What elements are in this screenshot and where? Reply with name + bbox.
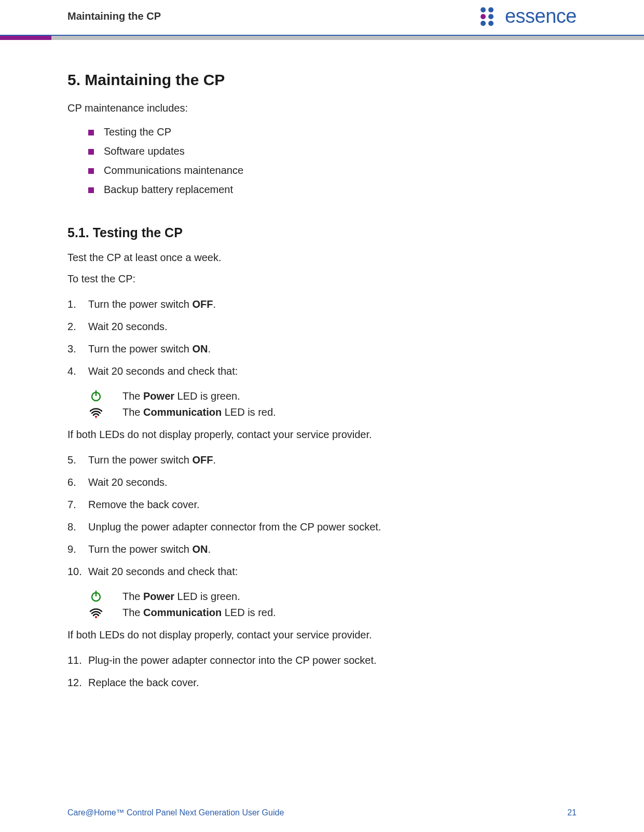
step-item: Turn the power switch ON. [67,538,577,561]
svg-point-3 [488,7,494,12]
footer-page-number: 21 [567,808,577,817]
list-item: Communications maintenance [88,161,577,180]
svg-point-8 [95,416,97,418]
step-item: Turn the power switch OFF. [67,449,577,471]
step-item: Plug-in the power adapter connector into… [67,649,577,672]
step-item: Unplug the power adapter connector from … [67,516,577,538]
test-steps: Turn the power switch OFF. Wait 20 secon… [67,293,577,383]
procedure-lead: To test the CP: [67,272,577,286]
svg-point-1 [481,14,486,19]
interjection-text: If both LEDs do not display properly, co… [67,628,577,642]
interjection-text: If both LEDs do not display properly, co… [67,428,577,442]
led-check-block: The Power LED is green. The Communicatio… [88,388,577,420]
brand-logo-text: essence [505,5,577,28]
step-item: Wait 20 seconds and check that: [67,360,577,383]
led-check-block: The Power LED is green. The Communicatio… [88,588,577,621]
list-item: Backup battery replacement [88,180,577,199]
svg-point-5 [488,21,494,26]
footer-doc-title: Care@Home™ Control Panel Next Generation… [67,808,284,817]
led-text: The Communication LED is red. [122,607,276,619]
maintenance-list: Testing the CP Software updates Communic… [88,122,577,199]
svg-point-4 [488,14,494,19]
step-item: Replace the back cover. [67,672,577,694]
list-item: Testing the CP [88,122,577,142]
power-icon [88,590,104,603]
step-item: Remove the back cover. [67,494,577,516]
wifi-icon [88,407,104,418]
test-steps-cont: Turn the power switch OFF. Wait 20 secon… [67,449,577,583]
brand-logo: essence [478,5,577,28]
test-steps-cont2: Plug-in the power adapter connector into… [67,649,577,694]
section-intro: CP maintenance includes: [67,101,577,115]
subsection-intro: Test the CP at least once a week. [67,251,577,265]
led-row: The Communication LED is red. [88,605,577,621]
subsection-heading: 5.1. Testing the CP [67,225,577,240]
essence-mark-icon [478,6,500,28]
step-item: Turn the power switch OFF. [67,293,577,316]
led-text: The Communication LED is red. [122,406,276,418]
power-icon [88,390,104,402]
svg-point-2 [481,21,486,26]
page-header: Maintaining the CP essence [0,0,644,32]
page-content: 5. Maintaining the CP CP maintenance inc… [0,71,644,694]
page-footer: Care@Home™ Control Panel Next Generation… [67,808,577,817]
led-row: The Power LED is green. [88,388,577,404]
led-text: The Power LED is green. [122,591,240,603]
step-item: Wait 20 seconds. [67,471,577,494]
header-title: Maintaining the CP [67,10,161,22]
step-item: Turn the power switch ON. [67,338,577,360]
svg-point-11 [95,616,97,618]
section-heading: 5. Maintaining the CP [67,71,577,89]
svg-point-0 [481,7,486,12]
list-item: Software updates [88,142,577,161]
step-item: Wait 20 seconds and check that: [67,561,577,583]
header-accent-bar [0,36,644,40]
led-text: The Power LED is green. [122,390,240,402]
wifi-icon [88,607,104,619]
step-item: Wait 20 seconds. [67,316,577,338]
led-row: The Communication LED is red. [88,404,577,420]
led-row: The Power LED is green. [88,588,577,605]
